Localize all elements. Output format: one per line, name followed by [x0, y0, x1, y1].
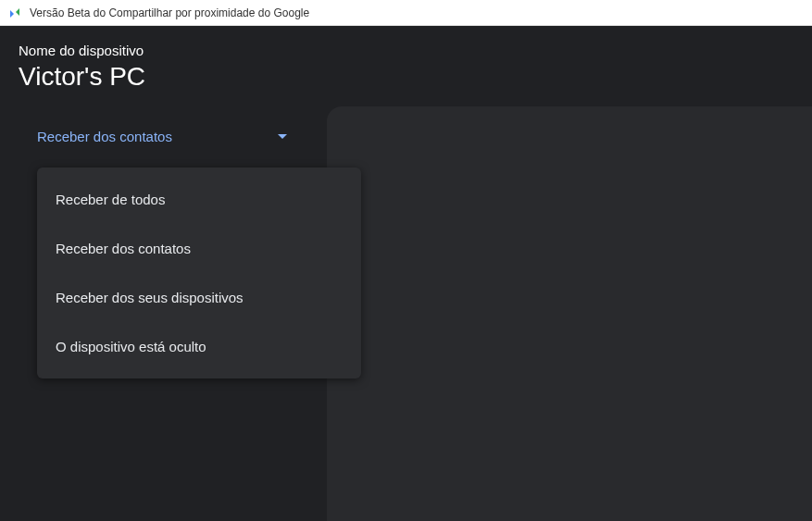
device-name-value: Victor's PC	[19, 62, 793, 92]
visibility-option-hidden[interactable]: O dispositivo está oculto	[37, 322, 361, 371]
visibility-selected-label: Receber dos contatos	[37, 129, 172, 144]
window-titlebar: Versão Beta do Compartilhar por proximid…	[0, 0, 812, 26]
visibility-dropdown-menu: Receber de todos Receber dos contatos Re…	[37, 167, 361, 378]
visibility-option-your-devices[interactable]: Receber dos seus dispositivos	[37, 273, 361, 322]
visibility-dropdown-trigger[interactable]: Receber dos contatos	[37, 125, 287, 148]
device-name-label: Nome do dispositivo	[19, 43, 793, 58]
chevron-down-icon	[278, 134, 287, 139]
visibility-option-contacts[interactable]: Receber dos contatos	[37, 224, 361, 273]
left-panel: Receber dos contatos Receber de todos Re…	[0, 103, 327, 521]
app-body: Nome do dispositivo Victor's PC Receber …	[0, 26, 812, 521]
main-content-panel	[327, 106, 812, 521]
nearby-share-icon	[7, 6, 22, 20]
header-section: Nome do dispositivo Victor's PC	[0, 26, 812, 103]
visibility-option-everyone[interactable]: Receber de todos	[37, 175, 361, 224]
window-title: Versão Beta do Compartilhar por proximid…	[30, 6, 309, 19]
content-area: Receber dos contatos Receber de todos Re…	[0, 103, 812, 521]
